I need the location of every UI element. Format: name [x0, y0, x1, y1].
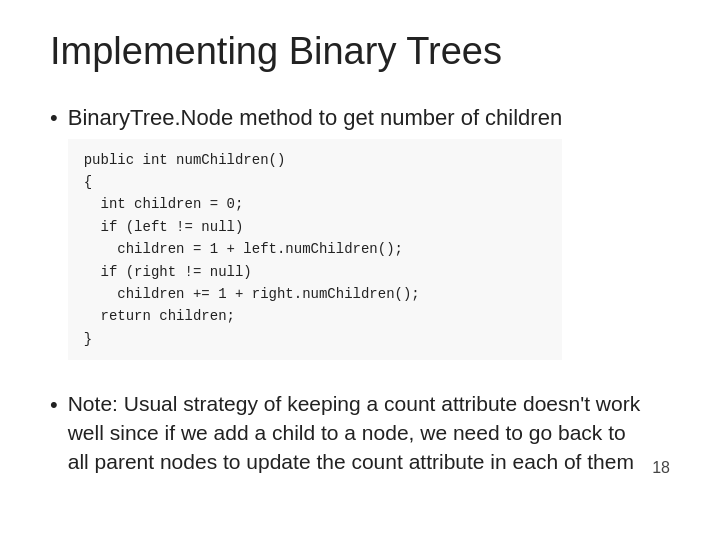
code-line-5: children = 1 + left.numChildren();	[84, 238, 546, 260]
bullet-dot-2: •	[50, 392, 58, 418]
code-block: public int numChildren() { int children …	[68, 139, 562, 361]
bullet-item-2-row: • Note: Usual strategy of keeping a coun…	[50, 380, 670, 477]
bullet-text-2: Note: Usual strategy of keeping a count …	[68, 390, 645, 477]
code-line-1: public int numChildren()	[84, 149, 546, 171]
bullet-dot-1: •	[50, 105, 58, 131]
code-line-6: if (right != null)	[84, 261, 546, 283]
code-line-3: int children = 0;	[84, 193, 546, 215]
bullet-content-1: BinaryTree.Node method to get number of …	[68, 103, 562, 360]
code-line-9: }	[84, 328, 546, 350]
code-line-8: return children;	[84, 305, 546, 327]
code-line-4: if (left != null)	[84, 216, 546, 238]
code-line-2: {	[84, 171, 546, 193]
slide: Implementing Binary Trees • BinaryTree.N…	[0, 0, 720, 540]
slide-number: 18	[652, 459, 670, 477]
bullet-text-1: BinaryTree.Node method to get number of …	[68, 105, 562, 130]
slide-title: Implementing Binary Trees	[50, 30, 670, 73]
bullet-item-2: • Note: Usual strategy of keeping a coun…	[50, 390, 644, 477]
code-line-7: children += 1 + right.numChildren();	[84, 283, 546, 305]
bullet-item-1: • BinaryTree.Node method to get number o…	[50, 103, 670, 360]
